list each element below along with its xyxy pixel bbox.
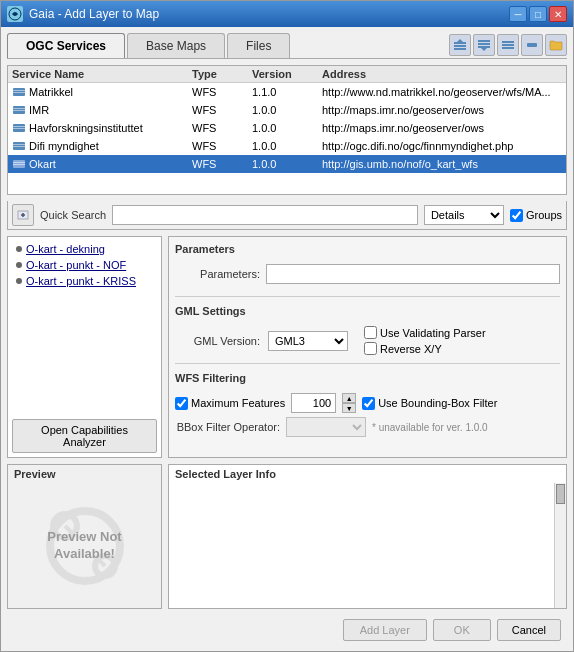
info-panel: Selected Layer Info — [168, 464, 567, 609]
max-features-spinner: ▲ ▼ — [342, 393, 356, 413]
svg-rect-12 — [527, 43, 537, 47]
content-area: OGC Services Base Maps Files — [1, 27, 573, 651]
title-bar: Gaia - Add Layer to Map ─ □ ✕ — [1, 1, 573, 27]
gml-row: GML Version: GML3 GML2 Use Validating Pa… — [175, 326, 560, 355]
add-layer-button[interactable]: Add Layer — [343, 619, 427, 641]
col-address: Address — [322, 68, 562, 80]
cancel-button[interactable]: Cancel — [497, 619, 561, 641]
use-validating-checkbox[interactable] — [364, 326, 377, 339]
bbox-operator-row: BBox Filter Operator: * unavailable for … — [175, 417, 560, 437]
details-dropdown[interactable]: Details Summary — [424, 205, 504, 225]
svg-rect-5 — [478, 40, 490, 42]
layer-dot-icon — [16, 262, 22, 268]
info-label: Selected Layer Info — [169, 465, 566, 483]
svg-rect-27 — [13, 164, 25, 165]
tab-ogc-services[interactable]: OGC Services — [7, 33, 125, 58]
window-title: Gaia - Add Layer to Map — [29, 7, 159, 21]
svg-marker-4 — [457, 39, 463, 42]
gml-settings-label: GML Settings — [175, 305, 560, 317]
preview-panel: Preview Preview NotAvailable! — [7, 464, 162, 609]
layer-single-icon[interactable] — [521, 34, 543, 56]
add-service-button[interactable] — [12, 204, 34, 226]
svg-rect-15 — [13, 92, 25, 93]
info-scrollbar[interactable] — [554, 483, 566, 608]
table-row[interactable]: Matrikkel WFS 1.1.0 http://www.nd.matrik… — [8, 83, 566, 101]
layers-stack-icon[interactable] — [497, 34, 519, 56]
svg-rect-20 — [13, 126, 25, 127]
col-service-name: Service Name — [12, 68, 192, 80]
services-panel: Service Name Type Version Address Matrik… — [7, 65, 567, 195]
tab-base-maps[interactable]: Base Maps — [127, 33, 225, 58]
groups-checkbox[interactable] — [510, 209, 523, 222]
groups-checkbox-label: Groups — [510, 209, 562, 222]
preview-content: Preview NotAvailable! — [8, 483, 161, 608]
svg-rect-23 — [13, 144, 25, 145]
bbox-operator-label: BBox Filter Operator: — [175, 421, 280, 433]
param-row: Parameters: — [175, 264, 560, 284]
reverse-xy-checkbox[interactable] — [364, 342, 377, 355]
divider — [175, 296, 560, 297]
divider — [175, 363, 560, 364]
table-row-selected[interactable]: Okart WFS 1.0.0 http://gis.umb.no/nof/o_… — [8, 155, 566, 173]
list-item[interactable]: O-kart - punkt - KRISS — [12, 273, 157, 289]
main-window: Gaia - Add Layer to Map ─ □ ✕ OGC Servic… — [0, 0, 574, 652]
svg-rect-17 — [13, 108, 25, 109]
footer-bar: Add Layer OK Cancel — [7, 615, 567, 645]
layer-dot-icon — [16, 278, 22, 284]
tab-files[interactable]: Files — [227, 33, 290, 58]
services-table-body: Matrikkel WFS 1.1.0 http://www.nd.matrik… — [8, 83, 566, 194]
col-version: Version — [252, 68, 322, 80]
layer-dot-icon — [16, 246, 22, 252]
close-button[interactable]: ✕ — [549, 6, 567, 22]
bottom-area: Preview Preview NotAvailable! S — [7, 464, 567, 609]
preview-not-available-text: Preview NotAvailable! — [47, 529, 121, 563]
svg-rect-6 — [478, 43, 490, 45]
folder-icon[interactable] — [545, 34, 567, 56]
spin-down-button[interactable]: ▼ — [342, 403, 356, 413]
use-bbox-label: Use Bounding-Box Filter — [362, 397, 497, 410]
ok-button[interactable]: OK — [433, 619, 491, 641]
svg-rect-21 — [13, 128, 25, 129]
preview-label: Preview — [8, 465, 161, 483]
spin-up-button[interactable]: ▲ — [342, 393, 356, 403]
table-row[interactable]: IMR WFS 1.0.0 http://maps.imr.no/geoserv… — [8, 101, 566, 119]
tab-icons — [449, 34, 567, 58]
unavailable-text: * unavailable for ver. 1.0.0 — [372, 422, 488, 433]
open-capabilities-button[interactable]: Open Capabilities Analyzer — [12, 419, 157, 453]
parameters-input[interactable] — [266, 264, 560, 284]
bbox-operator-dropdown[interactable] — [286, 417, 366, 437]
list-item[interactable]: O-kart - dekning — [12, 241, 157, 257]
max-features-label: Maximum Features — [175, 397, 285, 410]
tab-bar: OGC Services Base Maps Files — [7, 33, 567, 59]
layers-up-icon[interactable] — [449, 34, 471, 56]
table-row[interactable]: Havforskningsinstituttet WFS 1.0.0 http:… — [8, 119, 566, 137]
layers-panel: O-kart - dekning O-kart - punkt - NOF O-… — [7, 236, 162, 458]
table-header: Service Name Type Version Address — [8, 66, 566, 83]
max-features-checkbox[interactable] — [175, 397, 188, 410]
svg-rect-7 — [478, 46, 490, 48]
table-row[interactable]: Difi myndighet WFS 1.0.0 http://ogc.difi… — [8, 137, 566, 155]
svg-rect-3 — [454, 48, 466, 50]
list-item[interactable]: O-kart - punkt - NOF — [12, 257, 157, 273]
max-features-input[interactable] — [291, 393, 336, 413]
wfs-filtering: Maximum Features ▲ ▼ Use Bounding-Box Fi… — [175, 393, 560, 437]
maximize-button[interactable]: □ — [529, 6, 547, 22]
layers-down-icon[interactable] — [473, 34, 495, 56]
minimize-button[interactable]: ─ — [509, 6, 527, 22]
max-features-row: Maximum Features ▲ ▼ Use Bounding-Box Fi… — [175, 393, 560, 413]
params-panel: Parameters Parameters: GML Settings GML … — [168, 236, 567, 458]
reverse-xy-label: Reverse X/Y — [364, 342, 486, 355]
use-validating-label: Use Validating Parser — [364, 326, 486, 339]
info-content — [169, 483, 554, 608]
svg-rect-11 — [502, 47, 514, 49]
main-area: O-kart - dekning O-kart - punkt - NOF O-… — [7, 236, 567, 458]
layers-list: O-kart - dekning O-kart - punkt - NOF O-… — [8, 237, 161, 415]
gml-version-dropdown[interactable]: GML3 GML2 — [268, 331, 348, 351]
quick-search-input[interactable] — [112, 205, 418, 225]
svg-marker-8 — [481, 48, 487, 51]
svg-rect-10 — [502, 44, 514, 46]
svg-rect-26 — [13, 162, 25, 163]
parameters-label: Parameters: — [175, 268, 260, 280]
parameters-section-label: Parameters — [175, 243, 560, 255]
use-bbox-checkbox[interactable] — [362, 397, 375, 410]
